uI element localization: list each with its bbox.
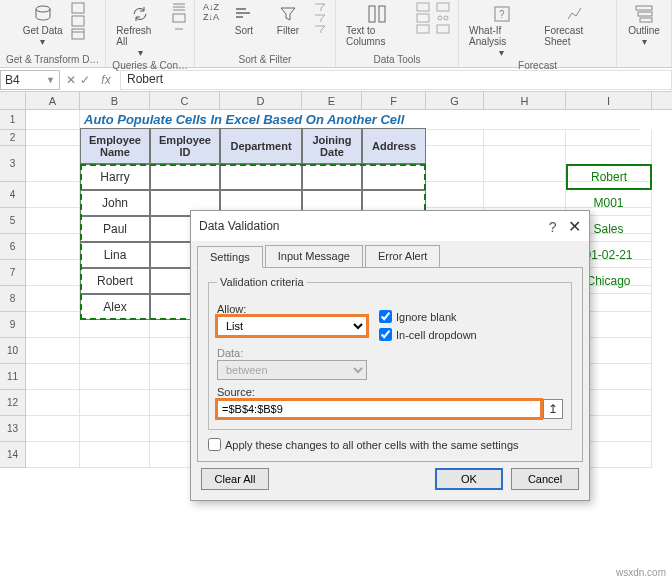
table-cell[interactable] bbox=[220, 164, 302, 190]
sort-asc-button[interactable]: A↓Z bbox=[201, 2, 221, 12]
edit-links-button[interactable] bbox=[170, 24, 188, 35]
remove-dup-button[interactable] bbox=[414, 13, 432, 24]
ignore-blank-checkbox[interactable]: Ignore blank bbox=[379, 310, 477, 323]
cell[interactable] bbox=[80, 390, 150, 416]
col-header[interactable]: B bbox=[80, 92, 150, 109]
cell[interactable] bbox=[26, 208, 80, 234]
col-header[interactable]: E bbox=[302, 92, 362, 109]
table-cell[interactable]: John bbox=[80, 190, 150, 216]
from-web-button[interactable] bbox=[69, 15, 87, 28]
cell[interactable] bbox=[426, 146, 484, 182]
flash-fill-button[interactable] bbox=[414, 2, 432, 13]
sort-button[interactable]: Sort bbox=[223, 2, 265, 38]
table-header[interactable]: Employee ID bbox=[150, 128, 220, 164]
queries-button[interactable] bbox=[170, 2, 188, 13]
fx-button[interactable]: fx bbox=[92, 73, 120, 87]
row-header[interactable]: 2 bbox=[0, 130, 26, 146]
cell[interactable] bbox=[26, 364, 80, 390]
row-header[interactable]: 8 bbox=[0, 286, 26, 312]
get-data-button[interactable]: Get Data ▾ bbox=[19, 2, 67, 49]
table-header[interactable]: Department bbox=[220, 128, 302, 164]
cell[interactable] bbox=[80, 442, 150, 468]
row-header[interactable]: 3 bbox=[0, 146, 26, 182]
cell[interactable] bbox=[484, 182, 566, 208]
cancel-formula-button[interactable]: ✕ bbox=[64, 73, 78, 87]
tab-settings[interactable]: Settings bbox=[197, 246, 263, 268]
table-cell[interactable]: Alex bbox=[80, 294, 150, 320]
consolidate-button[interactable] bbox=[434, 2, 452, 13]
cancel-button[interactable]: Cancel bbox=[511, 468, 579, 490]
table-header[interactable]: Address bbox=[362, 128, 426, 164]
reapply-button[interactable] bbox=[311, 13, 329, 24]
cell[interactable] bbox=[26, 182, 80, 208]
formula-input[interactable]: Robert bbox=[120, 70, 672, 90]
row-header[interactable]: 14 bbox=[0, 442, 26, 468]
row-header[interactable]: 12 bbox=[0, 390, 26, 416]
allow-select[interactable]: List bbox=[217, 316, 367, 336]
row-header[interactable]: 11 bbox=[0, 364, 26, 390]
ok-button[interactable]: OK bbox=[435, 468, 503, 490]
tab-error-alert[interactable]: Error Alert bbox=[365, 245, 441, 267]
range-picker-button[interactable]: ↥ bbox=[543, 399, 563, 419]
cell[interactable] bbox=[26, 260, 80, 286]
row-header[interactable]: 7 bbox=[0, 260, 26, 286]
table-header[interactable]: Employee Name bbox=[80, 128, 150, 164]
cell[interactable] bbox=[426, 130, 484, 146]
text-to-columns-button[interactable]: Text to Columns bbox=[342, 2, 412, 49]
cell[interactable] bbox=[26, 312, 80, 338]
dialog-titlebar[interactable]: Data Validation ? ✕ bbox=[191, 211, 589, 241]
row-header[interactable]: 10 bbox=[0, 338, 26, 364]
col-header[interactable]: A bbox=[26, 92, 80, 109]
cell[interactable] bbox=[80, 416, 150, 442]
from-table-button[interactable] bbox=[69, 28, 87, 41]
cell[interactable] bbox=[484, 146, 566, 182]
incell-dropdown-input[interactable] bbox=[379, 328, 392, 341]
table-cell[interactable] bbox=[302, 164, 362, 190]
source-input[interactable] bbox=[217, 400, 541, 418]
table-cell[interactable] bbox=[362, 164, 426, 190]
cell[interactable] bbox=[26, 390, 80, 416]
cell[interactable] bbox=[26, 338, 80, 364]
filter-button[interactable]: Filter bbox=[267, 2, 309, 38]
col-header[interactable]: D bbox=[220, 92, 302, 109]
properties-button[interactable] bbox=[170, 13, 188, 24]
table-cell[interactable]: Paul bbox=[80, 216, 150, 242]
cell[interactable] bbox=[26, 286, 80, 312]
forecast-sheet-button[interactable]: Forecast Sheet bbox=[540, 2, 610, 49]
advanced-button[interactable] bbox=[311, 24, 329, 35]
clear-filter-button[interactable] bbox=[311, 2, 329, 13]
what-if-button[interactable]: ? What-If Analysis ▾ bbox=[465, 2, 538, 60]
col-header[interactable]: C bbox=[150, 92, 220, 109]
col-header[interactable]: I bbox=[566, 92, 652, 109]
cell[interactable] bbox=[80, 338, 150, 364]
row-header[interactable]: 1 bbox=[0, 110, 26, 130]
cell[interactable] bbox=[26, 442, 80, 468]
table-header[interactable]: Joining Date bbox=[302, 128, 362, 164]
table-cell[interactable]: Lina bbox=[80, 242, 150, 268]
cell[interactable] bbox=[80, 364, 150, 390]
data-model-button[interactable] bbox=[434, 24, 452, 35]
cell[interactable] bbox=[26, 110, 80, 130]
incell-dropdown-checkbox[interactable]: In-cell dropdown bbox=[379, 328, 477, 341]
relationships-button[interactable] bbox=[434, 13, 452, 24]
col-header[interactable]: G bbox=[426, 92, 484, 109]
help-button[interactable]: ? bbox=[549, 219, 557, 235]
cell[interactable] bbox=[26, 416, 80, 442]
cell[interactable] bbox=[26, 146, 80, 182]
outline-button[interactable]: Outline ▾ bbox=[623, 2, 665, 49]
cell[interactable] bbox=[26, 130, 80, 146]
cell[interactable] bbox=[484, 130, 566, 146]
apply-changes-checkbox[interactable]: Apply these changes to all other cells w… bbox=[208, 438, 572, 451]
table-cell[interactable]: Robert bbox=[80, 268, 150, 294]
row-header[interactable]: 6 bbox=[0, 234, 26, 260]
row-header[interactable]: 4 bbox=[0, 182, 26, 208]
close-button[interactable]: ✕ bbox=[568, 218, 581, 235]
col-header[interactable]: F bbox=[362, 92, 426, 109]
sheet-title[interactable]: Auto Populate Cells In Excel Based On An… bbox=[80, 110, 640, 130]
cell[interactable] bbox=[426, 182, 484, 208]
table-cell[interactable] bbox=[150, 164, 220, 190]
ignore-blank-input[interactable] bbox=[379, 310, 392, 323]
sort-desc-button[interactable]: Z↓A bbox=[201, 12, 221, 22]
clear-all-button[interactable]: Clear All bbox=[201, 468, 269, 490]
from-text-button[interactable] bbox=[69, 2, 87, 15]
